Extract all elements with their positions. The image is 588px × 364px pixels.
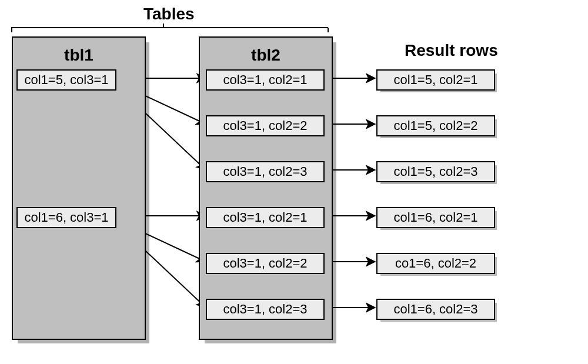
tables-heading: Tables [143, 5, 195, 24]
diagram-stage: { "title_tables": "Tables", "title_resul… [0, 0, 588, 364]
result-row: co1=6, col2=2 [376, 253, 495, 274]
tbl2-row: col3=1, col2=3 [206, 299, 325, 320]
result-row: col1=5, col2=2 [376, 115, 495, 136]
tbl2-row: col3=1, col2=2 [206, 253, 325, 274]
result-row: col1=6, col2=1 [376, 207, 495, 228]
tbl1-row: col1=6, col3=1 [16, 207, 116, 228]
result-row: col1=5, col2=3 [376, 161, 495, 182]
tbl2-title: tbl2 [200, 46, 332, 65]
result-row: col1=5, col2=1 [376, 69, 495, 91]
result-row: col1=6, col2=3 [376, 299, 495, 320]
tbl2-row: col3=1, col2=1 [206, 69, 325, 91]
result-heading: Result rows [405, 41, 498, 60]
tbl2-row: col3=1, col2=1 [206, 207, 325, 228]
tbl2-row: col3=1, col2=2 [206, 115, 325, 136]
tbl1-title: tbl1 [13, 46, 145, 65]
tbl1-row: col1=5, col3=1 [16, 69, 116, 91]
tbl2-row: col3=1, col2=3 [206, 161, 325, 182]
